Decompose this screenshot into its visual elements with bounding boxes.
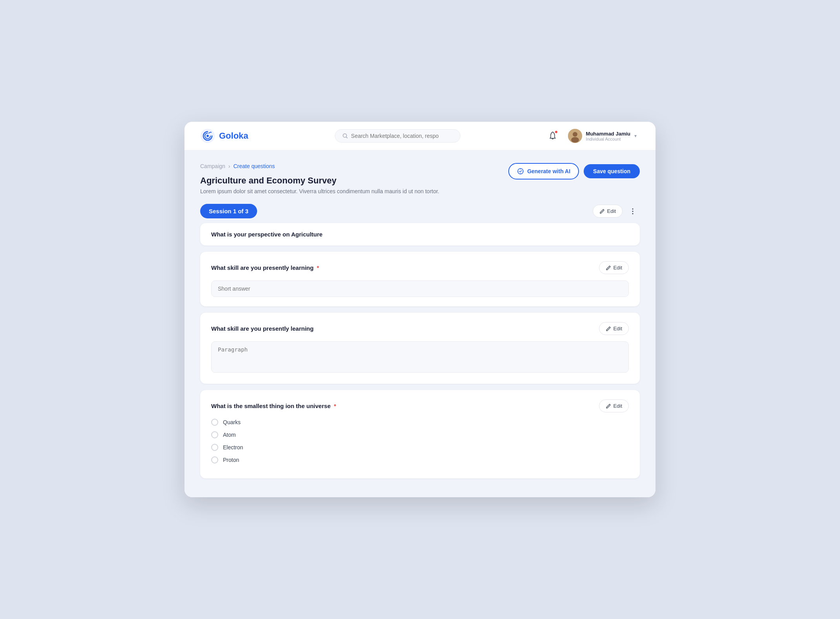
question-3-title: What skill are you presently learning (211, 325, 314, 332)
breadcrumb-current[interactable]: Create questions (234, 163, 275, 169)
notification-dot (555, 130, 558, 134)
notification-button[interactable] (547, 130, 559, 143)
main-content: Campaign › Create questions Agriculture … (184, 150, 656, 497)
browser-window: Goloka (184, 122, 656, 497)
question-card-4: What is the smallest thing ion the unive… (200, 390, 640, 478)
page-title: Agriculture and Economy Survey (200, 176, 439, 186)
action-buttons: Generate with AI Save question (508, 163, 640, 179)
question-1-title: What is your perspective on Agriculture (211, 231, 323, 238)
header-right: Muhammad Jamiu Individual Account ▾ (547, 127, 640, 145)
option-atom-label: Atom (223, 432, 236, 438)
user-name: Muhammad Jamiu (586, 131, 630, 137)
more-dots-icon (629, 207, 637, 215)
question-4-title: What is the smallest thing ion the unive… (211, 403, 336, 409)
page-title-row: Campaign › Create questions Agriculture … (200, 163, 640, 194)
option-proton: Proton (211, 456, 629, 463)
generate-button-label: Generate with AI (527, 168, 570, 174)
question-2-header: What skill are you presently learning * … (211, 261, 629, 274)
question-2-title: What skill are you presently learning * (211, 264, 319, 271)
chevron-down-icon: ▾ (634, 133, 637, 139)
svg-point-8 (632, 211, 634, 212)
question-card-3: What skill are you presently learning Ed… (200, 313, 640, 384)
option-quarks: Quarks (211, 419, 629, 426)
search-input[interactable] (351, 133, 453, 139)
generate-with-ai-button[interactable]: Generate with AI (508, 163, 579, 179)
session-section: Session 1 of 3 Edit (200, 204, 640, 478)
question-card-1: What is your perspective on Agriculture (200, 223, 640, 245)
user-profile[interactable]: Muhammad Jamiu Individual Account ▾ (565, 127, 640, 145)
breadcrumb: Campaign › Create questions (200, 163, 439, 169)
avatar-image (568, 129, 582, 143)
edit-icon-3 (606, 326, 611, 331)
search-icon (342, 133, 348, 139)
session-header: Session 1 of 3 Edit (200, 204, 640, 218)
option-atom: Atom (211, 431, 629, 438)
edit-icon (599, 209, 605, 214)
radio-proton[interactable] (211, 456, 218, 463)
session-actions: Edit (593, 205, 640, 218)
user-info: Muhammad Jamiu Individual Account (586, 131, 630, 141)
option-electron: Electron (211, 444, 629, 451)
svg-point-1 (206, 135, 209, 137)
session-edit-label: Edit (607, 208, 616, 214)
logo-area: Goloka (200, 128, 248, 143)
edit-icon-2 (606, 265, 611, 271)
required-star-4: * (334, 403, 336, 409)
search-bar[interactable] (335, 129, 460, 143)
save-question-button[interactable]: Save question (584, 164, 640, 178)
question-3-edit-label: Edit (614, 326, 622, 331)
page-description: Lorem ipsum dolor sit amet consectetur. … (200, 188, 439, 194)
ai-icon (517, 168, 524, 175)
question-3-header: What skill are you presently learning Ed… (211, 322, 629, 335)
save-button-label: Save question (593, 168, 630, 174)
avatar (568, 129, 582, 143)
question-4-edit-label: Edit (614, 403, 622, 409)
logo-icon (200, 128, 215, 143)
radio-quarks[interactable] (211, 419, 218, 426)
question-3-edit-button[interactable]: Edit (599, 322, 629, 335)
question-2-edit-button[interactable]: Edit (599, 261, 629, 274)
page-title-section: Campaign › Create questions Agriculture … (200, 163, 439, 194)
svg-point-9 (632, 213, 634, 214)
session-more-button[interactable] (626, 206, 640, 217)
svg-point-4 (573, 132, 577, 137)
svg-point-7 (632, 208, 634, 209)
edit-icon-4 (606, 403, 611, 409)
logo-text: Goloka (219, 131, 248, 141)
short-answer-input[interactable] (211, 280, 629, 297)
question-2-edit-label: Edit (614, 265, 622, 271)
header: Goloka (184, 122, 656, 150)
option-quarks-label: Quarks (223, 419, 241, 425)
session-edit-button[interactable]: Edit (593, 205, 623, 218)
session-badge: Session 1 of 3 (200, 204, 257, 218)
breadcrumb-parent: Campaign (200, 163, 225, 169)
option-proton-label: Proton (223, 457, 239, 463)
radio-electron[interactable] (211, 444, 218, 451)
svg-point-5 (571, 137, 579, 143)
paragraph-input[interactable] (211, 341, 629, 373)
user-role: Individual Account (586, 137, 630, 141)
question-4-header: What is the smallest thing ion the unive… (211, 399, 629, 412)
question-card-2: What skill are you presently learning * … (200, 252, 640, 306)
required-star-2: * (317, 264, 319, 271)
radio-atom[interactable] (211, 431, 218, 438)
question-4-edit-button[interactable]: Edit (599, 399, 629, 412)
breadcrumb-separator: › (228, 163, 230, 169)
option-electron-label: Electron (223, 444, 243, 451)
